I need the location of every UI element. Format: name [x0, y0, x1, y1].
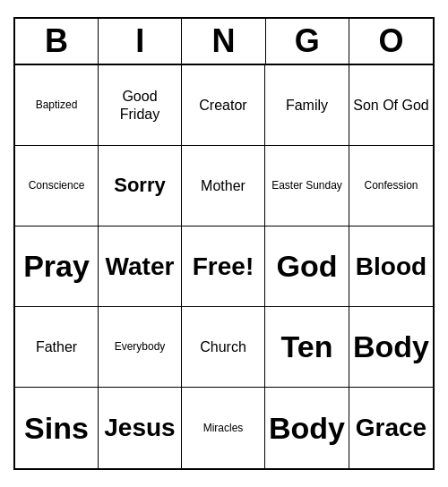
bingo-cell-21: Jesus — [99, 388, 182, 468]
bingo-cell-4: Son Of God — [349, 65, 433, 146]
bingo-cell-20: Sins — [15, 388, 99, 468]
header-letter: N — [182, 19, 265, 64]
bingo-card: BINGO BaptizedGood FridayCreatorFamilySo… — [13, 17, 435, 470]
bingo-cell-22: Miracles — [182, 388, 265, 468]
bingo-cell-23: Body — [265, 388, 349, 468]
bingo-cell-19: Body — [349, 307, 433, 388]
bingo-cell-8: Easter Sunday — [265, 146, 349, 226]
bingo-cell-0: Baptized — [15, 65, 99, 146]
bingo-cell-5: Conscience — [15, 146, 99, 226]
bingo-cell-13: God — [265, 226, 349, 307]
header-letter: B — [15, 19, 99, 64]
bingo-header: BINGO — [15, 19, 433, 65]
header-letter: O — [349, 19, 433, 64]
bingo-cell-17: Church — [182, 307, 265, 388]
bingo-cell-10: Pray — [15, 226, 99, 307]
bingo-cell-24: Grace — [349, 388, 433, 468]
bingo-cell-14: Blood — [349, 226, 433, 307]
bingo-cell-18: Ten — [265, 307, 349, 388]
bingo-cell-1: Good Friday — [99, 65, 182, 146]
bingo-cell-15: Father — [15, 307, 99, 388]
bingo-cell-2: Creator — [182, 65, 265, 146]
bingo-grid: BaptizedGood FridayCreatorFamilySon Of G… — [15, 65, 433, 468]
bingo-cell-7: Mother — [182, 146, 265, 226]
bingo-cell-3: Family — [265, 65, 349, 146]
bingo-cell-16: Everybody — [99, 307, 182, 388]
bingo-cell-12: Free! — [182, 226, 265, 307]
bingo-cell-11: Water — [99, 226, 182, 307]
header-letter: I — [99, 19, 182, 64]
bingo-cell-9: Confession — [349, 146, 433, 226]
header-letter: G — [266, 19, 349, 64]
bingo-cell-6: Sorry — [99, 146, 182, 226]
